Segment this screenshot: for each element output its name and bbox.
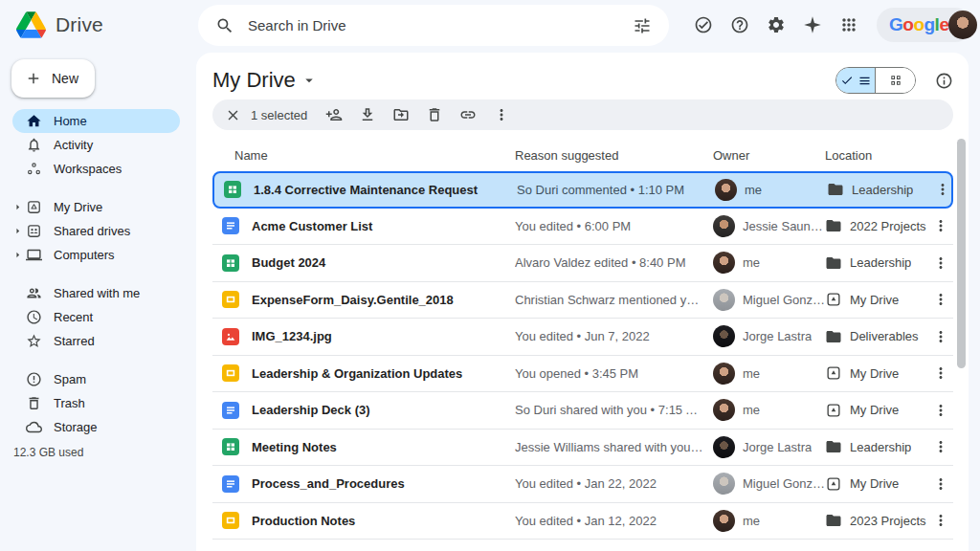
offline-status-icon[interactable] [692,13,715,36]
owner-avatar [713,473,735,495]
file-row[interactable]: Budget 2024Alvaro Valdez edited • 8:40 P… [212,245,953,282]
move-button[interactable] [392,106,410,123]
sidebar-item-my-drive[interactable]: My Drive [12,195,180,219]
sidebar-item-activity[interactable]: Activity [12,133,180,157]
gemini-sparkle-icon[interactable] [801,13,824,36]
row-menu-button[interactable] [929,181,955,198]
list-view-icon [858,74,872,88]
selection-count: 1 selected [251,108,307,122]
row-menu-button[interactable] [927,291,953,308]
file-row[interactable]: Production NotesYou edited • Jan 12, 202… [212,503,953,540]
page-title: My Drive [212,68,296,93]
sidebar-item-recent[interactable]: Recent [12,305,180,329]
expand-arrow-icon[interactable] [11,201,24,213]
file-row[interactable]: Meeting NotesJessie Williams shared with… [212,430,953,467]
file-row[interactable]: Acme Customer ListYou edited • 6:00 PMJe… [212,209,953,246]
sidebar-item-workspaces[interactable]: Workspaces [12,157,180,181]
row-menu-button[interactable] [927,217,953,234]
location-name[interactable]: 2023 Projects [850,514,926,528]
search-bar[interactable] [198,5,669,46]
location-name[interactable]: Leadership [850,255,911,270]
slide-file-icon [222,364,239,382]
drive-logo-icon [16,11,46,38]
settings-icon[interactable] [765,13,788,36]
my-drive-icon [26,199,42,215]
location-name[interactable]: Leadership [852,183,913,197]
row-menu-button[interactable] [927,512,953,529]
owner-avatar [713,289,735,311]
scrollbar-thumb[interactable] [957,139,966,368]
location-name[interactable]: Deliverables [850,329,919,343]
owner-name: Miguel Gonza... [743,293,825,307]
row-menu-button[interactable] [927,364,953,382]
delete-button[interactable] [426,106,443,123]
location-name[interactable]: My Drive [850,403,899,417]
column-header-reason[interactable]: Reason suggested [515,148,713,163]
owner-name: me [745,183,762,197]
search-input[interactable] [248,17,619,33]
copy-link-button[interactable] [459,106,477,123]
file-name: Leadership Deck (3) [252,403,384,417]
download-button[interactable] [359,106,376,123]
apps-grid-icon[interactable] [837,13,860,36]
reason-suggested: So Duri shared with you • 7:15 AM [515,403,713,417]
details-icon[interactable] [935,72,953,90]
reason-suggested: Alvaro Valdez edited • 8:40 PM [515,255,713,270]
row-menu-button[interactable] [927,438,953,455]
file-row[interactable]: Process_and_ProceduresYou edited • Jan 2… [212,466,953,503]
page-title-dropdown[interactable]: My Drive [212,68,318,93]
column-header-owner[interactable]: Owner [713,148,825,163]
sidebar-item-shared-with-me[interactable]: Shared with me [12,281,180,305]
row-menu-button[interactable] [927,254,953,272]
row-menu-button[interactable] [927,328,953,345]
my-drive-location-icon [825,402,842,419]
location-name[interactable]: My Drive [850,476,899,491]
more-actions-button[interactable] [493,106,510,123]
sidebar-item-starred[interactable]: Starred [12,329,180,353]
grid-view-icon [888,73,903,88]
location-name[interactable]: 2022 Projects [850,219,926,233]
file-row[interactable]: ExpenseForm_Daisy.Gentile_2018Christian … [212,282,953,320]
file-list: 1.8.4 Corrective Maintenance RequestSo D… [212,171,953,540]
topbar-icons [692,13,860,36]
profile-avatar[interactable] [948,11,977,39]
sidebar-item-home[interactable]: Home [12,109,180,133]
expand-arrow-icon[interactable] [11,225,24,237]
list-view-button[interactable] [836,68,876,93]
expand-arrow-icon[interactable] [11,249,24,261]
app-title: Drive [56,13,103,36]
sidebar: New HomeActivityWorkspacesMy DriveShared… [0,50,196,551]
sidebar-item-spam[interactable]: Spam [12,367,180,391]
dropdown-caret-icon [301,72,318,89]
column-header-location[interactable]: Location [825,148,927,163]
file-row[interactable]: Leadership Deck (3)So Duri shared with y… [212,392,953,430]
drive-home-link[interactable]: Drive [16,0,103,50]
sidebar-item-trash[interactable]: Trash [12,391,180,415]
search-options-icon[interactable] [631,14,654,37]
grid-view-button[interactable] [876,68,915,93]
google-account-pill[interactable]: Google [877,8,972,42]
folder-icon [825,328,842,345]
new-button[interactable]: New [11,59,95,98]
share-button[interactable] [325,106,343,123]
row-menu-button[interactable] [927,402,953,419]
file-row[interactable]: Leadership & Organization UpdatesYou ope… [212,356,953,393]
row-menu-button[interactable] [927,475,953,493]
doc-file-icon [222,217,239,234]
column-header-name[interactable]: Name [212,148,515,163]
sidebar-item-label: Trash [54,396,85,410]
location-name[interactable]: My Drive [850,366,899,381]
help-icon[interactable] [728,13,751,36]
clear-selection-button[interactable] [225,107,241,123]
location-name[interactable]: Leadership [850,440,911,454]
file-row[interactable]: IMG_1234.jpgYou edited • Jun 7, 2022Jorg… [212,319,953,356]
sidebar-item-shared-drives[interactable]: Shared drives [12,219,180,243]
sidebar-item-storage[interactable]: Storage [12,415,180,439]
location-name[interactable]: My Drive [850,293,899,307]
owner-avatar [715,179,737,201]
sidebar-item-computers[interactable]: Computers [12,243,180,267]
file-row[interactable]: 1.8.4 Corrective Maintenance RequestSo D… [212,171,953,209]
search-icon [213,14,236,37]
reason-suggested: You opened • 3:45 PM [515,366,713,381]
my-drive-location-icon [825,475,842,493]
